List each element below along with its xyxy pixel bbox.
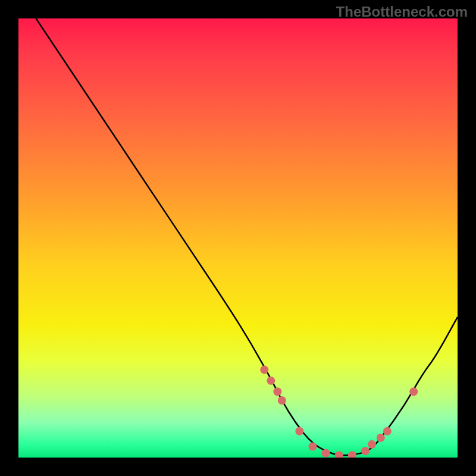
marker-point xyxy=(267,377,275,385)
marker-point xyxy=(260,365,268,374)
marker-point xyxy=(377,434,385,442)
marker-point xyxy=(273,387,281,396)
marker-point xyxy=(409,387,418,396)
watermark-text: TheBottleneck.com xyxy=(336,4,468,20)
marker-point xyxy=(368,440,376,449)
marker-point xyxy=(322,449,330,458)
marker-point xyxy=(383,427,392,436)
highlight-markers xyxy=(260,365,418,458)
marker-point xyxy=(295,427,303,436)
chart-svg xyxy=(18,18,458,458)
marker-point xyxy=(361,447,369,455)
marker-point xyxy=(278,396,286,405)
bottleneck-curve xyxy=(36,18,458,455)
marker-point xyxy=(348,451,356,458)
chart-plot-area xyxy=(18,18,458,458)
marker-point xyxy=(335,451,343,458)
marker-point xyxy=(308,443,317,451)
